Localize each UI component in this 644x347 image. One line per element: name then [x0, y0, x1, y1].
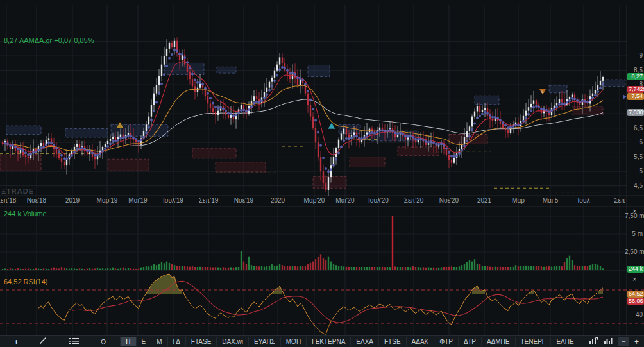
volume-pane-close-icon[interactable]: × [632, 208, 636, 214]
symbol-button-ΑΔΑΚ[interactable]: ΑΔΑΚ [406, 337, 434, 346]
zoom-in-button[interactable]: + [634, 337, 639, 346]
price-axis-badge: 7,7429 [627, 86, 644, 93]
symbol-button-ΓΕΚΤΕΡΝΑ[interactable]: ΓΕΚΤΕΡΝΑ [306, 337, 350, 346]
symbol-button-ΔΤΡ[interactable]: ΔΤΡ [458, 337, 481, 346]
rsi-axis-badge: 56,06 [627, 298, 644, 305]
price-axis-badge: 7,0301 [627, 109, 644, 116]
zoom-out-button[interactable]: − [618, 337, 629, 346]
rsi-pane-close-icon[interactable]: × [632, 276, 636, 282]
interval-button-Η[interactable]: Η [120, 337, 135, 346]
symbol-button-ΜΟΗ[interactable]: ΜΟΗ [280, 337, 306, 346]
symbol-button-DAX.wi[interactable]: DAX.wi [216, 337, 248, 346]
chart-canvas[interactable]: L [0, 0, 644, 335]
price-axis-badge: 8,27 [627, 73, 644, 80]
interval-buttons: ΗΕΜ [120, 337, 167, 346]
toolbar-left-icons: i Ω [0, 337, 120, 346]
symbol-button-ΤΕΝΕΡΓ[interactable]: ΤΕΝΕΡΓ [515, 337, 551, 346]
toolbar-right-icons: − + [589, 337, 644, 346]
symbol-button-ΕΛΠΕ[interactable]: ΕΛΠΕ [550, 337, 579, 346]
interval-button-Ε[interactable]: Ε [136, 337, 151, 346]
price-axis-badge: 7,54 [627, 93, 644, 100]
histogram-icon[interactable] [604, 337, 613, 346]
rsi-axis-badge: 64,52 [627, 291, 644, 298]
symbol-button-FTASE[interactable]: FTASE [185, 337, 216, 346]
draw-pencil-icon[interactable] [39, 337, 47, 346]
symbol-button-ΓΔ[interactable]: ΓΔ [167, 337, 185, 346]
bottom-toolbar: i Ω ΗΕΜ ΓΔFTASEDAX.wiΕΥΑΠΣΜΟΗΓΕΚΤΕΡΝΑΕΛΧ… [0, 335, 644, 347]
omega-indicator-icon[interactable]: Ω [101, 337, 106, 346]
symbol-button-ΕΥΑΠΣ[interactable]: ΕΥΑΠΣ [248, 337, 280, 346]
blue-ma-axis-marker [623, 94, 627, 99]
symbol-button-FTSE[interactable]: FTSE [378, 337, 406, 346]
info-icon[interactable]: i [15, 337, 17, 346]
interval-button-Μ[interactable]: Μ [151, 337, 167, 346]
symbol-button-ΕΛΧΑ[interactable]: ΕΛΧΑ [350, 337, 378, 346]
symbol-button-ΑΔΜΗΕ[interactable]: ΑΔΜΗΕ [481, 337, 515, 346]
symbol-button-ΦΤΡ[interactable]: ΦΤΡ [434, 337, 458, 346]
volume-axis-badge: 244 k [627, 266, 644, 273]
watchlist-rows-icon[interactable] [69, 337, 79, 346]
auto-fit-chart-icon[interactable] [589, 337, 598, 346]
trading-chart-app: L 8,27 ΛΑΜΔΑ.gr +0,07 0,85% ΞTRADE 244 k… [0, 0, 644, 347]
symbol-shortcut-buttons: ΓΔFTASEDAX.wiΕΥΑΠΣΜΟΗΓΕΚΤΕΡΝΑΕΛΧΑFTSEΑΔΑ… [167, 337, 579, 346]
